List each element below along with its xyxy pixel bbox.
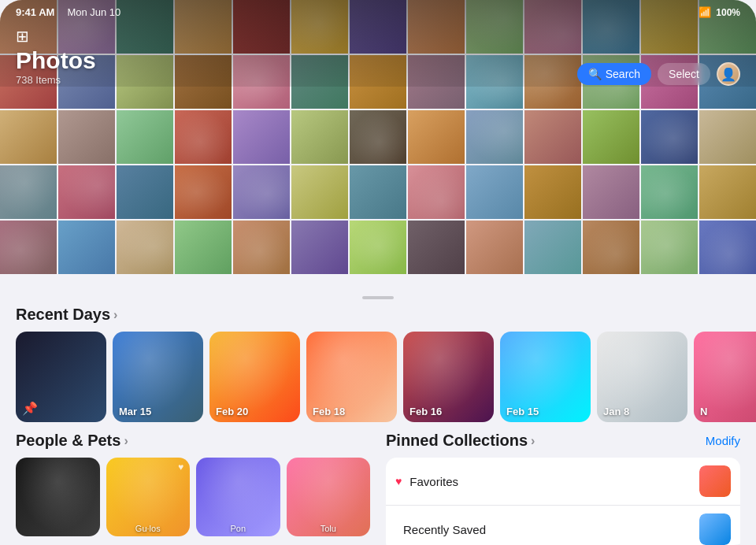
photo-cell[interactable] bbox=[0, 110, 57, 164]
scroll-handle bbox=[362, 296, 394, 299]
photo-cell[interactable] bbox=[350, 165, 406, 219]
day-label: Jan 8 bbox=[603, 406, 629, 417]
people-pets-title[interactable]: People & Pets › bbox=[16, 432, 128, 450]
page-title: Photos bbox=[16, 47, 96, 74]
people-pets-chevron: › bbox=[124, 434, 128, 448]
photo-cell[interactable] bbox=[233, 221, 290, 274]
item-count: 738 Items bbox=[16, 74, 96, 86]
photo-cell[interactable] bbox=[291, 110, 348, 164]
pinned-collections-title[interactable]: Pinned Collections › bbox=[386, 432, 535, 450]
pinned-item-name: Favorites bbox=[410, 475, 458, 488]
photo-cell[interactable] bbox=[524, 221, 581, 274]
person-card[interactable]: Pon bbox=[196, 458, 280, 536]
pinned-item-thumb bbox=[699, 513, 731, 545]
photo-cell[interactable] bbox=[641, 165, 698, 219]
photo-cell[interactable] bbox=[641, 110, 698, 164]
photo-cell[interactable] bbox=[291, 221, 348, 274]
person-name: Gu·los bbox=[106, 524, 191, 533]
battery-icon: 100% bbox=[716, 7, 740, 18]
photo-cell[interactable] bbox=[408, 221, 465, 274]
heart-icon: ♥ bbox=[178, 462, 183, 473]
person-card[interactable]: Tolu bbox=[287, 458, 371, 536]
recent-days-header: Recent Days › bbox=[0, 306, 756, 332]
photo-cell[interactable] bbox=[524, 110, 581, 164]
photo-cell[interactable] bbox=[117, 110, 173, 164]
recent-days-title[interactable]: Recent Days › bbox=[16, 306, 117, 324]
wifi-icon: 📶 bbox=[699, 6, 711, 18]
day-card[interactable]: 📌 bbox=[16, 332, 106, 422]
day-card[interactable]: Mar 15 bbox=[113, 332, 203, 422]
photo-cell[interactable] bbox=[291, 165, 348, 219]
day-card[interactable]: Feb 18 bbox=[306, 332, 397, 422]
day-card[interactable]: Feb 20 bbox=[209, 332, 300, 422]
photo-cell[interactable] bbox=[699, 165, 756, 219]
photo-cell[interactable] bbox=[0, 221, 57, 274]
pinned-item-icon: ♥ bbox=[395, 475, 402, 488]
photo-cell[interactable] bbox=[583, 110, 639, 164]
photo-cell[interactable] bbox=[175, 110, 232, 164]
search-icon: 🔍 bbox=[588, 68, 602, 80]
photo-cell[interactable] bbox=[466, 110, 523, 164]
day-card[interactable]: N bbox=[694, 332, 756, 422]
photo-cell[interactable] bbox=[58, 165, 115, 219]
layout-icon[interactable]: ⊞ bbox=[16, 27, 29, 46]
day-label: Feb 18 bbox=[313, 406, 345, 417]
photo-cell[interactable] bbox=[699, 221, 756, 274]
photo-cell[interactable] bbox=[233, 165, 290, 219]
modify-button[interactable]: Modify bbox=[706, 434, 740, 447]
person-card[interactable] bbox=[16, 458, 100, 536]
day-label: Mar 15 bbox=[119, 406, 151, 417]
status-bar: 9:41 AM Mon Jun 10 📶 100% bbox=[0, 0, 756, 21]
pinned-item-left: Recently Saved bbox=[395, 523, 486, 536]
photo-cell[interactable] bbox=[524, 165, 581, 219]
photo-cell[interactable] bbox=[175, 221, 232, 274]
day-label: Feb 16 bbox=[410, 406, 442, 417]
photo-cell[interactable] bbox=[350, 221, 406, 274]
select-button[interactable]: Select bbox=[658, 63, 710, 85]
recent-days-chevron: › bbox=[113, 308, 117, 322]
photo-cell[interactable] bbox=[699, 110, 756, 164]
photo-cell[interactable] bbox=[583, 165, 639, 219]
search-button[interactable]: 🔍 Search bbox=[577, 63, 651, 85]
header-left: ⊞ Photos 738 Items bbox=[16, 27, 96, 86]
person-name: Tolu bbox=[287, 524, 371, 533]
bottom-section: Recent Days › 📌 Mar 15 Feb 20 Feb 18 bbox=[0, 284, 756, 545]
photo-cell[interactable] bbox=[117, 165, 173, 219]
photo-cell[interactable] bbox=[175, 165, 232, 219]
pinned-item-thumb bbox=[699, 465, 731, 497]
recent-days-scroll[interactable]: 📌 Mar 15 Feb 20 Feb 18 Feb 16 bbox=[0, 332, 756, 432]
day-label: Feb 15 bbox=[506, 406, 539, 417]
people-grid: ♥ Gu·los Pon Tolu bbox=[16, 458, 370, 536]
photo-cell[interactable] bbox=[58, 221, 115, 274]
pinned-collections-col: Pinned Collections › Modify ♥ Favorites … bbox=[378, 432, 756, 545]
pinned-item-name: Recently Saved bbox=[403, 523, 486, 536]
photo-cell[interactable] bbox=[233, 110, 290, 164]
day-card[interactable]: Jan 8 bbox=[597, 332, 687, 422]
pin-icon: 📌 bbox=[22, 401, 38, 416]
pinned-list: ♥ Favorites Recently Saved bbox=[386, 458, 740, 545]
photo-cell[interactable] bbox=[408, 110, 465, 164]
avatar[interactable]: 👤 bbox=[717, 62, 740, 86]
day-label: N bbox=[700, 406, 707, 417]
photo-cell[interactable] bbox=[0, 165, 57, 219]
person-name: Pon bbox=[196, 524, 280, 533]
header-right: 🔍 Search Select 👤 bbox=[577, 62, 740, 86]
pinned-item[interactable]: ♥ Favorites bbox=[386, 458, 740, 506]
status-right-icons: 📶 100% bbox=[699, 6, 740, 18]
photo-cell[interactable] bbox=[466, 165, 523, 219]
day-card[interactable]: Feb 16 bbox=[403, 332, 494, 422]
pinned-item[interactable]: Recently Saved bbox=[386, 506, 740, 545]
photo-cell[interactable] bbox=[408, 165, 465, 219]
photo-cell[interactable] bbox=[117, 221, 173, 274]
day-card[interactable]: Feb 15 bbox=[500, 332, 591, 422]
pinned-item-left: ♥ Favorites bbox=[395, 475, 458, 488]
people-pets-header: People & Pets › bbox=[16, 432, 370, 458]
photo-cell[interactable] bbox=[350, 110, 406, 164]
photo-cell[interactable] bbox=[58, 110, 115, 164]
photo-cell[interactable] bbox=[641, 221, 698, 274]
status-date: Mon Jun 10 bbox=[67, 6, 120, 18]
person-card[interactable]: ♥ Gu·los bbox=[106, 458, 191, 536]
photo-cell[interactable] bbox=[583, 221, 639, 274]
photo-cell[interactable] bbox=[466, 221, 523, 274]
day-label: Feb 20 bbox=[216, 406, 248, 417]
